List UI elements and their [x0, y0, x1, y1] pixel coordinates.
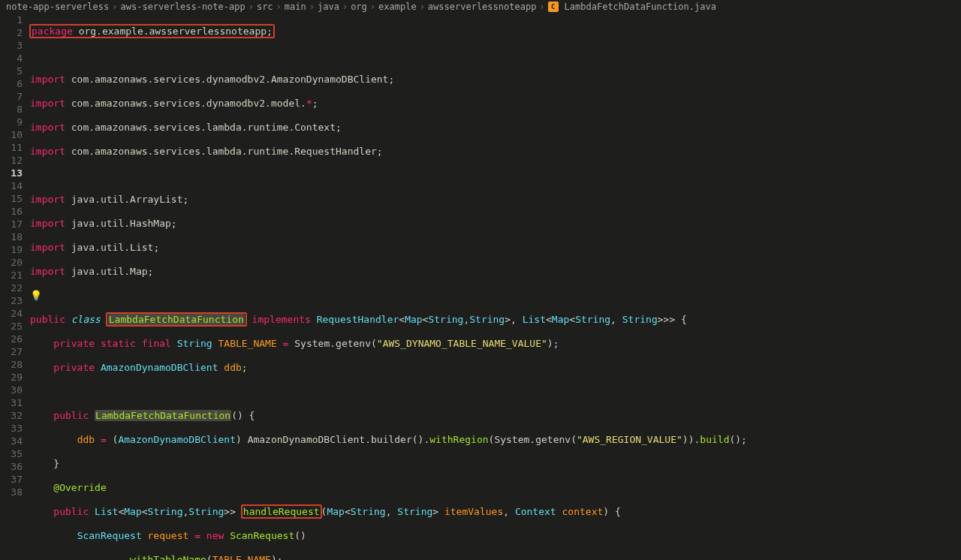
crumb-4[interactable]: java: [318, 2, 339, 12]
class-name: LambdaFetchDataFunction: [108, 314, 245, 325]
chevron-icon: ›: [342, 2, 348, 12]
import-line: com.amazonaws.services.dynamodbv2.Amazon…: [71, 74, 389, 85]
kw-package: package: [32, 26, 73, 37]
crumb-3[interactable]: main: [285, 2, 306, 12]
chevron-icon: ›: [420, 2, 425, 12]
chevron-icon: ›: [370, 2, 375, 12]
crumb-2[interactable]: src: [257, 2, 273, 12]
java-file-icon: C: [548, 2, 559, 12]
code-editor[interactable]: 1234567891011121314151617181920212223242…: [0, 14, 961, 560]
crumb-5[interactable]: org: [351, 2, 367, 12]
line-number-gutter: 1234567891011121314151617181920212223242…: [0, 14, 30, 560]
breadcrumb[interactable]: note-app-serverless› aws-serverless-note…: [0, 0, 961, 14]
package-name: org.example.awsserverlessnoteapp: [79, 26, 267, 37]
crumb-1[interactable]: aws-serverless-note-app: [121, 2, 246, 12]
chevron-icon: ›: [539, 2, 544, 12]
kw-import: import: [30, 74, 65, 85]
chevron-icon: ›: [276, 2, 282, 12]
annotation-override: @Override: [53, 482, 106, 493]
chevron-icon: ›: [249, 2, 254, 12]
code-area[interactable]: package org.example.awsserverlessnoteapp…: [30, 14, 961, 560]
lightbulb-icon[interactable]: 💡: [30, 290, 42, 301]
chevron-icon: ›: [309, 2, 315, 12]
method-handlerequest: handleRequest: [243, 506, 320, 517]
chevron-icon: ›: [112, 2, 117, 12]
crumb-0[interactable]: note-app-serverless: [6, 2, 109, 12]
crumb-7[interactable]: awsserverlessnoteapp: [428, 2, 537, 12]
crumb-6[interactable]: example: [378, 2, 417, 12]
crumb-file[interactable]: LambdaFetchDataFunction.java: [565, 2, 716, 12]
